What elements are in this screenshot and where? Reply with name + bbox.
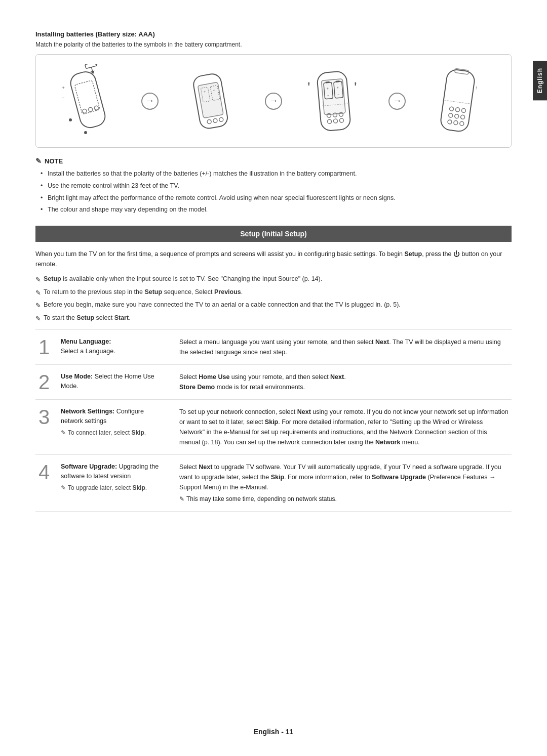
svg-point-19: [207, 119, 211, 124]
setup-intro: When you turn the TV on for the first ti…: [35, 249, 512, 269]
note-icon: ✎: [35, 157, 42, 165]
svg-point-50: [448, 119, 452, 124]
svg-point-12: [84, 131, 87, 134]
svg-point-36: [327, 119, 332, 124]
note-item-1: Install the batteries so that the polari…: [41, 169, 512, 179]
svg-text:−: −: [327, 94, 330, 97]
step-right-3: To set up your network connection, selec…: [172, 400, 512, 455]
step-4-note-text: To upgrade later, select Skip.: [68, 483, 147, 492]
note-header: ✎ NOTE: [35, 157, 512, 165]
svg-point-47: [449, 113, 453, 118]
step-left-3: Network Settings: Configure network sett…: [61, 400, 172, 455]
battery-step-2: + −: [181, 64, 242, 138]
setup-header-label: Setup (Initial Setup): [240, 230, 306, 238]
side-tab: English: [533, 61, 547, 100]
svg-rect-5: [85, 64, 96, 69]
step-num-4: 4: [35, 455, 61, 512]
step-2-title: Use Mode:: [61, 373, 93, 380]
step-4-title: Software Upgrade:: [61, 463, 117, 470]
svg-point-3: [88, 107, 93, 112]
steps-table: 1 Menu Language: Select a Language. Sele…: [35, 329, 512, 512]
svg-text:+: +: [337, 86, 339, 89]
note-list: Install the batteries so that the polari…: [35, 169, 512, 215]
step-left-4: Software Upgrade: Upgrading the software…: [61, 455, 172, 512]
svg-point-48: [455, 114, 459, 118]
svg-text:−: −: [337, 93, 340, 96]
svg-rect-0: [68, 69, 107, 130]
setup-note-1: ✎ Setup is available only when the input…: [35, 274, 512, 285]
setup-note-4: ✎ To start the Setup select Start.: [35, 313, 512, 324]
svg-point-45: [455, 107, 460, 112]
svg-point-49: [460, 115, 465, 119]
note-section: ✎ NOTE Install the batteries so that the…: [35, 157, 512, 215]
note-pencil-4: ✎: [35, 314, 41, 324]
setup-note-text-4: To start the Setup select Start.: [44, 313, 131, 323]
svg-text:⬆: ⬆: [307, 81, 311, 87]
step-1-title: Menu Language:: [61, 338, 111, 345]
footer-label: English - 11: [254, 728, 294, 736]
step-4-sub-note: ✎ This may take some time, depending on …: [179, 494, 509, 504]
page-container: English Installing batteries (Battery si…: [0, 0, 547, 756]
svg-text:−: −: [62, 95, 65, 101]
note-pencil-6: ✎: [61, 483, 66, 492]
step-right-2: Select Home Use using your remote, and t…: [172, 365, 512, 400]
step-row-3: 3 Network Settings: Configure network se…: [35, 400, 512, 455]
svg-point-51: [454, 120, 458, 125]
svg-point-44: [450, 107, 454, 111]
battery-section-title: Installing batteries (Battery size: AAA): [35, 30, 512, 38]
step-row-4: 4 Software Upgrade: Upgrading the softwa…: [35, 455, 512, 512]
step-left-1: Menu Language: Select a Language.: [61, 330, 172, 365]
svg-text:+: +: [327, 87, 329, 90]
side-tab-label: English: [536, 68, 543, 93]
note-item-4: The colour and shape may vary depending …: [41, 205, 512, 215]
battery-diagram-svg-3: + − + − ⬆: [305, 64, 366, 138]
note-item-3: Bright light may affect the performance …: [41, 193, 512, 203]
step-right-4: Select Next to upgrade TV software. Your…: [172, 455, 512, 512]
note-header-label: NOTE: [45, 157, 63, 165]
note-pencil-7: ✎: [179, 494, 184, 504]
svg-point-20: [213, 118, 217, 123]
battery-diagram: + − → + −: [35, 54, 512, 148]
svg-text:⬆: ⬆: [354, 81, 358, 87]
svg-text:+: +: [62, 85, 65, 91]
arrow-3: →: [388, 93, 406, 110]
note-pencil-5: ✎: [61, 428, 66, 437]
note-item-2: Use the remote control within 23 feet of…: [41, 181, 512, 191]
svg-point-46: [461, 108, 466, 113]
step-3-title: Network Settings:: [61, 408, 114, 415]
svg-rect-1: [74, 80, 100, 114]
battery-step-3: + − + − ⬆: [305, 64, 366, 138]
setup-note-text-1: Setup is available only when the input s…: [44, 274, 322, 284]
step-num-1: 1: [35, 330, 61, 365]
setup-header: Setup (Initial Setup): [35, 226, 512, 242]
footer: English - 11: [0, 728, 547, 736]
battery-diagram-svg-2: + −: [181, 64, 242, 138]
step-left-2: Use Mode: Select the Home Use Mode.: [61, 365, 172, 400]
setup-note-2: ✎ To return to the previous step in the …: [35, 287, 512, 298]
arrow-1: →: [141, 93, 159, 110]
setup-note-text-2: To return to the previous step in the Se…: [44, 287, 243, 297]
svg-point-52: [460, 121, 464, 126]
note-pencil-1: ✎: [35, 275, 41, 285]
step-3-note: ✎ To connect later, select Skip.: [61, 428, 165, 437]
svg-point-4: [94, 105, 99, 110]
step-num-2: 2: [35, 365, 61, 400]
svg-text:↑: ↑: [475, 85, 478, 91]
svg-line-43: [444, 100, 471, 104]
setup-note-text-3: Before you begin, make sure you have con…: [44, 300, 401, 310]
step-row-1: 1 Menu Language: Select a Language. Sele…: [35, 330, 512, 365]
step-row-2: 2 Use Mode: Select the Home Use Mode. Se…: [35, 365, 512, 400]
step-3-note-text: To connect later, select Skip.: [68, 428, 146, 437]
battery-step-1: + −: [58, 64, 119, 138]
svg-point-21: [219, 117, 223, 122]
step-4-note: ✎ To upgrade later, select Skip.: [61, 483, 165, 492]
step-right-1: Select a menu language you want using yo…: [172, 330, 512, 365]
note-pencil-2: ✎: [35, 288, 41, 298]
step-1-body: Select a Language.: [61, 348, 115, 355]
battery-subtitle: Match the polarity of the batteries to t…: [35, 41, 512, 48]
svg-point-11: [69, 118, 72, 121]
svg-point-38: [339, 118, 344, 123]
battery-step-4: ↑: [428, 64, 489, 138]
arrow-2: →: [265, 93, 282, 110]
svg-point-2: [82, 109, 87, 114]
